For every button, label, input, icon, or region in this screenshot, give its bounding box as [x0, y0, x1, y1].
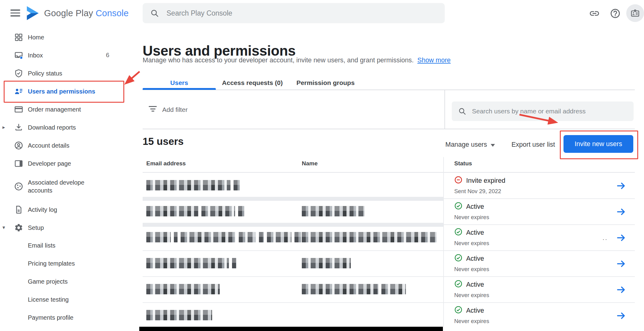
help-icon[interactable] [610, 8, 621, 19]
status-label: Invite expired [466, 177, 505, 185]
top-bar: Google Play Console [0, 0, 644, 27]
status-cell: ActiveNever expires [454, 254, 489, 273]
manage-users-label: Manage users [445, 141, 487, 149]
link-icon[interactable] [589, 8, 600, 19]
status-label: Active [466, 307, 484, 314]
global-search[interactable] [143, 3, 445, 23]
table-row[interactable]: ActiveNever expires [143, 277, 635, 303]
status-substatus: Never expires [454, 266, 489, 273]
table-row[interactable]: Invite expiredSent Nov 29, 2022 [143, 173, 635, 199]
sidebar-item-users-and-permissions[interactable]: Users and permissions [0, 82, 135, 100]
table-row[interactable]: ActiveNever expires [143, 199, 635, 225]
sidebar-item-developer-page[interactable]: Developer page [0, 154, 135, 172]
redaction-band [143, 223, 443, 227]
tab-users[interactable]: Users [143, 76, 216, 89]
sidebar-item-payments-profile[interactable]: Payments profile [0, 309, 135, 327]
filter-divider [444, 90, 445, 129]
ellipsis: ·· [602, 236, 608, 243]
sidebar-item-label: Payments profile [28, 314, 73, 321]
table-row[interactable]: ActiveNever expires [143, 251, 635, 277]
sidebar-item-activity-log[interactable]: Activity log [0, 200, 135, 219]
tab-access-requests[interactable]: Access requests (0) [216, 76, 289, 89]
menu-icon[interactable] [10, 9, 20, 17]
row-divider [143, 250, 635, 251]
invite-new-users-button[interactable]: Invite new users [564, 135, 633, 153]
sidebar-item-policy-status[interactable]: Policy status [0, 64, 135, 82]
sidebar-item-order-management[interactable]: Order management [0, 100, 135, 118]
inbox-count-badge: 6 [106, 52, 109, 59]
row-divider [143, 276, 635, 277]
export-user-list-button[interactable]: Export user list [511, 141, 555, 149]
sidebar-item-label: Order management [28, 105, 81, 113]
invite-expired-icon [454, 176, 466, 186]
user-email-redacted [146, 310, 212, 320]
user-name-redacted [302, 258, 351, 268]
status-cell: ActiveNever expires [454, 306, 489, 325]
row-arrow-icon[interactable] [616, 207, 626, 217]
sidebar-item-account-details[interactable]: Account details [0, 136, 135, 154]
expand-down-icon[interactable]: ▾ [2, 224, 5, 231]
sidebar-item-label: Activity log [28, 206, 57, 214]
sidebar-item-label: Pricing templates [28, 260, 75, 267]
tab-permission-groups[interactable]: Permission groups [289, 76, 362, 89]
status-label: Active [466, 203, 484, 211]
sidebar-item-label: Associated develope accounts [28, 178, 91, 194]
status-cell: Invite expiredSent Nov 29, 2022 [454, 176, 505, 195]
status-cell: ActiveNever expires [454, 228, 489, 247]
status-label: Active [466, 229, 484, 237]
row-divider [443, 198, 635, 199]
row-arrow-icon[interactable] [616, 259, 626, 269]
table-row[interactable]: ··ActiveNever expires [143, 225, 635, 251]
sidebar-item-email-lists[interactable]: Email lists [0, 237, 135, 255]
sidebar-item-pricing-templates[interactable]: Pricing templates [0, 255, 135, 273]
row-arrow-icon[interactable] [616, 233, 626, 243]
sidebar-item-associated-developer-accounts[interactable]: Associated develope accounts [0, 172, 135, 200]
column-header-name: Name [302, 160, 318, 167]
active-check-icon [454, 280, 466, 290]
search-icon [458, 107, 466, 116]
active-tab-underline [143, 88, 216, 90]
sidebar-item-download-reports[interactable]: ▸ Download reports [0, 118, 135, 136]
user-search-input[interactable] [471, 107, 627, 115]
show-more-link[interactable]: Show more [417, 57, 451, 64]
active-check-icon [454, 228, 466, 238]
sidebar-item-game-projects[interactable]: Game projects [0, 273, 135, 291]
sidebar-item-inbox[interactable]: Inbox 6 [0, 46, 135, 64]
status-substatus: Never expires [454, 292, 489, 299]
user-name-redacted [302, 232, 436, 242]
logo-text: Google Play Console [44, 8, 129, 18]
manage-users-dropdown[interactable]: Manage users [445, 141, 495, 149]
home-grid-icon [14, 33, 23, 42]
sidebar-item-setup[interactable]: ▾ Setup [0, 219, 135, 237]
users-count: 15 users [143, 136, 184, 147]
redaction-band [143, 197, 443, 201]
active-check-icon [454, 306, 466, 316]
row-arrow-icon[interactable] [616, 285, 626, 295]
status-label: Active [466, 255, 484, 263]
user-search[interactable] [452, 101, 634, 121]
sidebar-item-label: Game projects [28, 278, 68, 285]
page-description: Manage who has access to your developer … [143, 57, 451, 64]
sidebar-item-license-testing[interactable]: License testing [0, 291, 135, 309]
sidebar-item-home[interactable]: Home [0, 28, 135, 46]
status-cell: ActiveNever expires [454, 280, 489, 299]
sidebar-item-label: Policy status [28, 69, 62, 77]
user-name-redacted [302, 206, 365, 216]
global-search-input[interactable] [166, 9, 437, 18]
users-permissions-icon [14, 87, 23, 96]
column-header-status: Status [454, 160, 472, 167]
row-arrow-icon[interactable] [616, 311, 626, 321]
sidebar-nav: Home Inbox 6 Policy status [0, 28, 135, 327]
sidebar-item-label: Users and permissions [28, 87, 95, 95]
expand-right-icon[interactable]: ▸ [2, 124, 5, 131]
active-check-icon [454, 202, 466, 212]
sidebar-item-label: Account details [28, 142, 69, 149]
account-badge-button[interactable] [626, 4, 644, 22]
play-console-app: Google Play Console [0, 0, 644, 331]
status-label: Active [466, 281, 484, 289]
row-arrow-icon[interactable] [616, 181, 626, 191]
google-play-console-logo[interactable]: Google Play Console [26, 6, 129, 20]
add-filter-button[interactable]: Add filter [162, 106, 188, 113]
table-row[interactable]: ActiveNever expires [143, 303, 635, 329]
user-email-redacted [146, 258, 236, 268]
